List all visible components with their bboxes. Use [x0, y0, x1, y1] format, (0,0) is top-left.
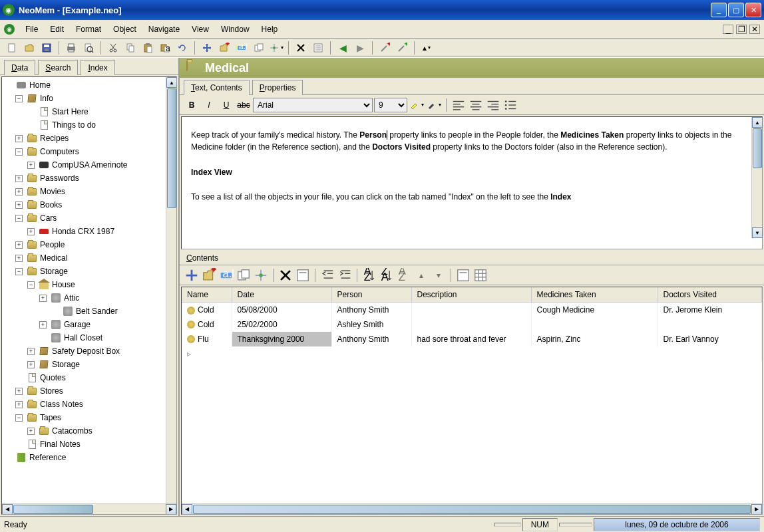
cell-description[interactable] — [411, 303, 531, 317]
col-date[interactable]: Date — [232, 287, 331, 303]
vertical-scrollbar[interactable]: ▲ — [166, 77, 176, 503]
font-color-button[interactable]: ▾ — [426, 98, 442, 112]
tree-reference[interactable]: Reference — [3, 451, 164, 464]
mdi-close-button[interactable]: ✕ — [749, 25, 760, 34]
new-folder-button[interactable]: ✦ — [216, 41, 232, 55]
tree-tapes[interactable]: −Tapes — [3, 411, 164, 424]
outdent-button[interactable] — [319, 268, 335, 283]
maximize-button[interactable]: ▢ — [728, 3, 744, 17]
tree-info[interactable]: −Info — [3, 92, 164, 105]
expand-icon[interactable]: + — [39, 295, 47, 302]
cell-date[interactable]: 05/08/2000 — [232, 303, 331, 317]
view-list-button[interactable] — [455, 268, 471, 283]
expand-icon[interactable]: + — [27, 228, 35, 235]
mdi-restore-button[interactable]: ❐ — [736, 25, 747, 34]
tab-properties[interactable]: Properties — [252, 80, 303, 95]
undo-button[interactable] — [174, 41, 190, 55]
tree-recipes[interactable]: +Recipes — [3, 132, 164, 145]
paste-button[interactable] — [140, 41, 156, 55]
rename-button[interactable]: a.b — [234, 41, 250, 55]
tree-starthere[interactable]: Start Here — [3, 105, 164, 118]
moveup-button[interactable]: ▴ — [413, 268, 429, 283]
expand-icon[interactable]: + — [27, 428, 35, 435]
expand-icon[interactable]: + — [15, 188, 23, 196]
collapse-button[interactable]: ▴▾ — [419, 41, 435, 55]
cell-medicines[interactable]: Cough Medicine — [531, 303, 658, 317]
collapse-icon[interactable]: − — [15, 414, 23, 422]
font-select[interactable]: Arial — [253, 98, 373, 112]
scroll-right-button[interactable]: ▶ — [166, 504, 176, 515]
new-button[interactable] — [4, 41, 20, 55]
collapse-icon[interactable]: − — [15, 268, 23, 275]
wand1-button[interactable]: ✦ — [377, 41, 393, 55]
cell-date[interactable]: 25/02/2000 — [232, 317, 331, 332]
tree-house[interactable]: −House — [3, 278, 164, 291]
mdi-minimize-button[interactable]: _ — [723, 25, 733, 34]
menu-window[interactable]: Window — [216, 22, 255, 37]
font-size-select[interactable]: 9 — [374, 98, 407, 112]
cut-button[interactable] — [105, 41, 121, 55]
collapse-icon[interactable]: − — [27, 281, 35, 289]
move-button[interactable] — [184, 268, 200, 283]
tree-people[interactable]: +People — [3, 238, 164, 251]
col-person[interactable]: Person — [331, 287, 411, 303]
open-button[interactable] — [21, 41, 37, 55]
contents-label[interactable]: Contents — [180, 251, 764, 265]
tree-computers[interactable]: −Computers — [3, 145, 164, 158]
cell-medicines[interactable] — [531, 317, 658, 332]
rename-button[interactable]: a.b — [218, 268, 234, 283]
tree-compusa[interactable]: +CompUSA Amerinote — [3, 158, 164, 172]
nav-back-button[interactable]: ◀ — [335, 41, 351, 55]
menu-help[interactable]: Help — [256, 22, 284, 37]
indent-button[interactable] — [337, 268, 353, 283]
movedown-button[interactable]: ▾ — [431, 268, 447, 283]
tree-medical[interactable]: +Medical — [3, 251, 164, 265]
cell-doctors[interactable] — [658, 317, 762, 332]
cell-description[interactable] — [411, 317, 531, 332]
cell-person[interactable]: Ashley Smith — [331, 317, 411, 332]
paste-special-button[interactable]: ab — [157, 41, 173, 55]
tab-data[interactable]: Data — [4, 60, 35, 75]
tree-beltsander[interactable]: Belt Sander — [3, 305, 164, 318]
properties-button[interactable] — [310, 41, 326, 55]
minimize-button[interactable]: _ — [711, 3, 727, 17]
tab-text-contents[interactable]: Text, Contents — [184, 80, 250, 95]
align-right-button[interactable] — [485, 98, 501, 112]
scroll-thumb[interactable] — [167, 88, 176, 208]
col-name[interactable]: Name — [182, 287, 232, 303]
col-doctors[interactable]: Doctors Visited — [658, 287, 762, 303]
expand-icon[interactable]: + — [15, 388, 23, 395]
collapse-icon[interactable]: − — [15, 95, 23, 102]
collapse-icon[interactable]: − — [15, 148, 23, 156]
tree-books[interactable]: +Books — [3, 198, 164, 211]
tree-movies[interactable]: +Movies — [3, 185, 164, 198]
cell-doctors[interactable]: Dr. Earl Vannoy — [658, 332, 762, 346]
expand-icon[interactable]: + — [15, 135, 23, 142]
tree-quotes[interactable]: Quotes — [3, 371, 164, 384]
expand-icon[interactable]: + — [27, 361, 35, 368]
horizontal-scrollbar[interactable]: ◀ ▶ — [182, 503, 762, 514]
bullets-button[interactable] — [502, 98, 518, 112]
tree-classnotes[interactable]: +Class Notes — [3, 398, 164, 411]
strikethrough-button[interactable]: abc — [236, 98, 252, 112]
view-grid-button[interactable] — [473, 268, 488, 283]
cell-doctors[interactable]: Dr. Jerome Klein — [658, 303, 762, 317]
tree-safetydeposit[interactable]: +Safety Deposit Box — [3, 344, 164, 358]
scroll-left-button[interactable]: ◀ — [182, 504, 192, 515]
scroll-thumb[interactable] — [193, 505, 751, 514]
cell-name[interactable]: Cold — [182, 303, 232, 317]
menu-edit[interactable]: Edit — [45, 22, 69, 37]
align-center-button[interactable] — [468, 98, 484, 112]
link-button[interactable]: ▾ — [268, 41, 284, 55]
data-grid[interactable]: Name Date Person Description Medicines T… — [182, 287, 762, 503]
table-row[interactable]: FluThanksgiving 2000Anthony Smithhad sor… — [182, 332, 762, 346]
copy-object-button[interactable] — [236, 268, 252, 283]
expand-icon[interactable]: + — [15, 175, 23, 182]
table-row[interactable]: Cold05/08/2000Anthony SmithCough Medicin… — [182, 303, 762, 317]
underline-button[interactable]: U — [218, 98, 234, 112]
scroll-thumb[interactable] — [753, 128, 762, 168]
autosort-button[interactable]: AZ — [396, 268, 412, 283]
align-left-button[interactable] — [451, 98, 467, 112]
scroll-up-button[interactable]: ▲ — [166, 77, 177, 88]
collapse-icon[interactable]: − — [15, 215, 23, 222]
